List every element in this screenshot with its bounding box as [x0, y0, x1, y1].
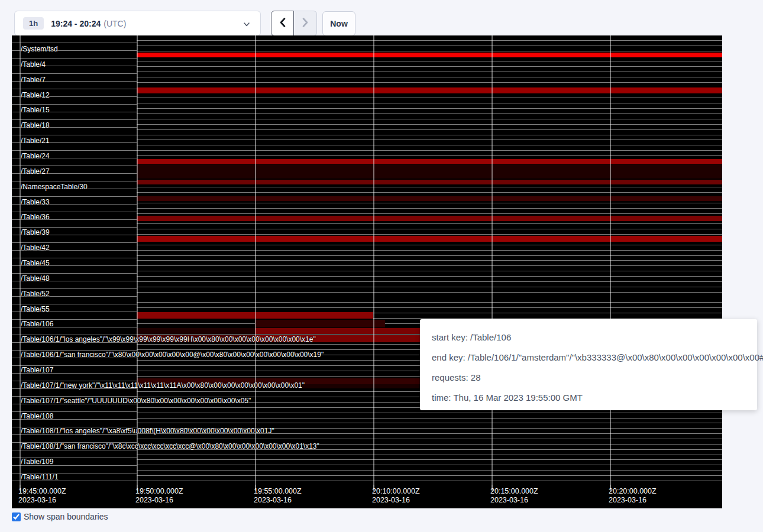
- time-gridline: [373, 35, 374, 485]
- x-axis-label: 19:55:00.000Z2023-03-16: [254, 487, 302, 505]
- x-axis-label: 20:15:00.000Z2023-03-16: [490, 487, 538, 505]
- heat-band: [137, 165, 722, 179]
- hover-tooltip: start key: /Table/106 end key: /Table/10…: [420, 319, 757, 410]
- row-label: /Table/36: [21, 213, 50, 221]
- chevron-down-icon: [243, 20, 251, 31]
- row-label: /Table/4: [21, 60, 46, 69]
- row-label: /Table/12: [21, 91, 50, 99]
- x-axis-label: 19:45:00.000Z2023-03-16: [18, 487, 66, 505]
- duration-badge: 1h: [23, 17, 44, 30]
- row-label: /Table/48: [21, 274, 50, 283]
- row-label: /Table/39: [21, 228, 50, 236]
- row-label: /Table/111/1: [21, 473, 59, 481]
- heat-band: [255, 320, 385, 327]
- row-label: /Table/107/1/"new york"/"\x11\x11\x11\x1…: [21, 381, 305, 390]
- time-range-select[interactable]: 1h 19:24 - 20:24(UTC): [14, 11, 261, 36]
- x-axis-label: 19:50:00.000Z2023-03-16: [135, 487, 183, 505]
- row-label: /Table/107: [21, 366, 53, 374]
- tooltip-end-key: end key: /Table/106/1/"amsterdam"/"\xb33…: [432, 348, 745, 368]
- row-label: /Table/108/1/"san francisco"/"\x8c\xcc\x…: [21, 442, 319, 450]
- row-label: /Table/106/1/"los angeles"/"\x99\x99\x99…: [21, 335, 316, 343]
- heat-band: [137, 180, 722, 184]
- row-label: /Table/45: [21, 259, 50, 267]
- tooltip-requests: requests: 28: [432, 368, 745, 388]
- row-label: /Table/24: [21, 152, 50, 160]
- heat-band: [137, 216, 722, 221]
- heat-band: [137, 87, 722, 93]
- x-axis-label: 20:20:00.000Z2023-03-16: [609, 487, 657, 505]
- show-span-boundaries-label: Show span boundaries: [24, 512, 108, 521]
- row-label: /Table/108: [21, 412, 53, 420]
- heat-band: [137, 53, 722, 57]
- row-label: /Table/108/1/"los angeles"/"\xa8\xf5\u00…: [21, 427, 274, 435]
- row-label: /Table/107/1/"seattle"/"UUUUUUD\x00\x80\…: [21, 397, 251, 405]
- row-label: /Table/33: [21, 198, 50, 206]
- time-nav-group: [271, 11, 317, 36]
- show-span-boundaries-control[interactable]: Show span boundaries: [12, 512, 108, 521]
- time-gridline: [137, 35, 138, 485]
- toolbar: 1h 19:24 - 20:24(UTC) Now: [0, 0, 763, 35]
- row-label: /System/tsd: [21, 45, 58, 53]
- x-axis-label: 20:10:00.000Z2023-03-16: [372, 487, 420, 505]
- now-button[interactable]: Now: [322, 11, 355, 36]
- time-gridline: [255, 35, 256, 485]
- row-label: /Table/109: [21, 458, 53, 466]
- row-label: /NamespaceTable/30: [21, 183, 88, 191]
- prev-time-button[interactable]: [271, 11, 294, 36]
- show-span-boundaries-checkbox[interactable]: [12, 512, 21, 521]
- time-range-text: 19:24 - 20:24(UTC): [51, 19, 126, 28]
- heat-band: [137, 159, 722, 164]
- heat-band: [137, 196, 722, 201]
- key-visualizer-canvas[interactable]: /System/tsd/Table/4/Table/7/Table/12/Tab…: [12, 35, 722, 508]
- next-time-button[interactable]: [294, 11, 317, 36]
- heat-band: [137, 328, 255, 334]
- chevron-left-icon: [278, 17, 287, 30]
- row-label: /Table/15: [21, 106, 50, 114]
- row-label: /Table/21: [21, 137, 50, 145]
- span-boundaries-grid-right: [137, 35, 722, 485]
- chevron-right-icon: [300, 17, 310, 30]
- row-label: /Table/106/1/"san francisco"/"\x80\x00\x…: [21, 351, 324, 359]
- row-label: /Table/7: [21, 76, 46, 84]
- tooltip-time: time: Thu, 16 Mar 2023 19:55:00 GMT: [432, 388, 745, 408]
- row-label: /Table/106: [21, 320, 53, 328]
- time-gridline: [610, 35, 611, 485]
- tooltip-start-key: start key: /Table/106: [432, 327, 745, 348]
- row-label: /Table/18: [21, 121, 50, 129]
- row-label: /Table/42: [21, 244, 50, 252]
- heat-band: [137, 236, 722, 242]
- row-label: /Table/55: [21, 305, 50, 313]
- row-label: /Table/27: [21, 167, 50, 176]
- time-gridline: [492, 35, 493, 485]
- timezone-text: (UTC): [104, 19, 126, 28]
- row-label: /Table/52: [21, 290, 50, 298]
